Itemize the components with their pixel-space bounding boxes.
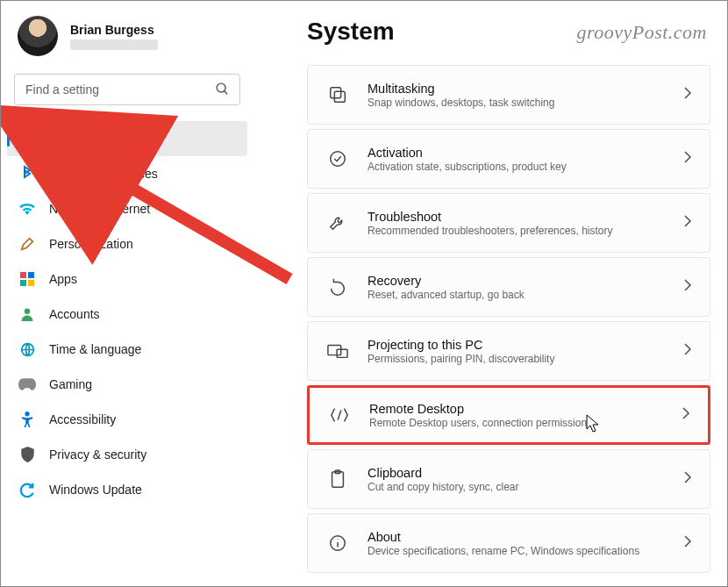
card-title: Projecting to this PC [368, 338, 683, 352]
card-text: Multitasking Snap windows, desktops, tas… [368, 82, 683, 109]
card-subtitle: Device specifications, rename PC, Window… [368, 545, 683, 557]
card-clipboard[interactable]: Clipboard Cut and copy history, sync, cl… [307, 449, 710, 509]
card-text: Recovery Reset, advanced startup, go bac… [368, 274, 683, 301]
card-text: Troubleshoot Recommended troubleshooters… [368, 210, 683, 237]
card-title: Multitasking [368, 82, 683, 96]
avatar [18, 16, 58, 56]
sidebar-item-personalization[interactable]: Personalization [0, 226, 254, 261]
chevron-right-icon [683, 151, 692, 167]
sidebar-item-label: Accounts [49, 307, 254, 321]
sidebar-item-bluetooth[interactable]: Bluetooth & devices [0, 156, 254, 191]
troubleshoot-icon [327, 212, 348, 233]
gaming-icon [19, 376, 35, 392]
chevron-right-icon [683, 471, 692, 487]
chevron-right-icon [683, 87, 692, 103]
svg-point-0 [217, 83, 225, 92]
sidebar-item-label: Bluetooth & devices [49, 167, 254, 181]
card-text: Projecting to this PC Permissions, pairi… [368, 338, 683, 365]
sidebar-item-windows-update[interactable]: Windows Update [0, 472, 254, 507]
card-recovery[interactable]: Recovery Reset, advanced startup, go bac… [307, 257, 710, 317]
sidebar-item-apps[interactable]: Apps [0, 261, 254, 297]
card-title: About [368, 530, 683, 544]
chevron-right-icon [683, 215, 692, 231]
nav-list: System Bluetooth & devices Network & int… [0, 121, 254, 507]
user-text-block: Brian Burgess [70, 23, 158, 50]
activation-icon [327, 148, 348, 169]
sidebar-item-label: Accessibility [49, 412, 254, 426]
accessibility-icon [19, 412, 35, 427]
windows-update-icon [19, 482, 35, 498]
sidebar-item-accounts[interactable]: Accounts [0, 297, 254, 332]
main-content: System Multitasking Snap windows, deskto… [254, 0, 728, 587]
svg-rect-4 [28, 272, 34, 278]
recovery-icon [327, 276, 348, 297]
system-icon [19, 131, 35, 147]
card-subtitle: Activation state, subscriptions, product… [368, 161, 683, 173]
card-text: Clipboard Cut and copy history, sync, cl… [368, 466, 683, 493]
remote-desktop-icon [329, 404, 350, 426]
sidebar-item-time-language[interactable]: Time & language [0, 332, 254, 367]
svg-rect-3 [20, 272, 26, 278]
search-input[interactable] [14, 74, 240, 105]
svg-rect-5 [20, 280, 26, 286]
watermark-text: groovyPost.com [576, 21, 707, 44]
sidebar-item-label: Network & internet [49, 202, 254, 216]
sidebar-item-label: Gaming [49, 377, 254, 391]
network-icon [19, 201, 35, 217]
personalization-icon [19, 236, 35, 252]
sidebar-item-label: Apps [49, 272, 254, 286]
accounts-icon [19, 306, 35, 322]
chevron-right-icon [683, 343, 692, 359]
sidebar-item-label: Personalization [49, 237, 254, 251]
sidebar-item-network[interactable]: Network & internet [0, 191, 254, 226]
card-title: Activation [368, 146, 683, 160]
svg-rect-11 [334, 91, 345, 102]
card-title: Recovery [368, 274, 683, 288]
card-subtitle: Snap windows, desktops, task switching [368, 97, 683, 109]
search-icon [215, 82, 230, 100]
card-subtitle: Recommended troubleshooters, preferences… [368, 225, 683, 237]
sidebar-item-label: Time & language [49, 342, 254, 356]
svg-point-12 [331, 152, 346, 167]
card-remote-desktop[interactable]: Remote Desktop Remote Desktop users, con… [307, 385, 710, 445]
card-title: Clipboard [368, 466, 683, 480]
svg-point-7 [25, 309, 30, 314]
card-about[interactable]: About Device specifications, rename PC, … [307, 513, 710, 573]
card-projecting[interactable]: Projecting to this PC Permissions, pairi… [307, 321, 710, 381]
card-title: Remote Desktop [369, 402, 682, 416]
chevron-right-icon [682, 407, 690, 423]
multitasking-icon [327, 84, 348, 105]
sidebar-item-accessibility[interactable]: Accessibility [0, 402, 254, 437]
sidebar-item-gaming[interactable]: Gaming [0, 367, 254, 402]
svg-rect-6 [28, 280, 34, 286]
chevron-right-icon [683, 535, 692, 551]
sidebar-item-privacy-security[interactable]: Privacy & security [0, 437, 254, 472]
card-text: Activation Activation state, subscriptio… [368, 146, 683, 173]
bluetooth-icon [19, 166, 35, 182]
card-troubleshoot[interactable]: Troubleshoot Recommended troubleshooters… [307, 193, 710, 253]
card-subtitle: Reset, advanced startup, go back [368, 289, 683, 301]
time-language-icon [19, 341, 35, 357]
card-activation[interactable]: Activation Activation state, subscriptio… [307, 129, 710, 189]
svg-line-1 [225, 91, 228, 95]
svg-rect-2 [20, 133, 34, 144]
clipboard-icon [327, 469, 348, 490]
chevron-right-icon [683, 279, 692, 295]
sidebar-item-system[interactable]: System [7, 121, 247, 156]
svg-rect-14 [337, 349, 347, 357]
user-block[interactable]: Brian Burgess [0, 16, 254, 67]
card-text: About Device specifications, rename PC, … [368, 530, 683, 557]
privacy-security-icon [19, 447, 35, 462]
user-name: Brian Burgess [70, 23, 158, 37]
svg-rect-13 [328, 346, 341, 355]
card-subtitle: Cut and copy history, sync, clear [368, 481, 683, 493]
projecting-icon [327, 340, 348, 362]
card-subtitle: Permissions, pairing PIN, discoverabilit… [368, 353, 683, 365]
apps-icon [19, 271, 35, 287]
card-text: Remote Desktop Remote Desktop users, con… [369, 402, 682, 429]
svg-point-9 [25, 412, 29, 416]
card-multitasking[interactable]: Multitasking Snap windows, desktops, tas… [307, 65, 710, 125]
sidebar-item-label: Privacy & security [49, 447, 254, 462]
sidebar-item-label: System [49, 132, 247, 146]
card-title: Troubleshoot [368, 210, 683, 224]
